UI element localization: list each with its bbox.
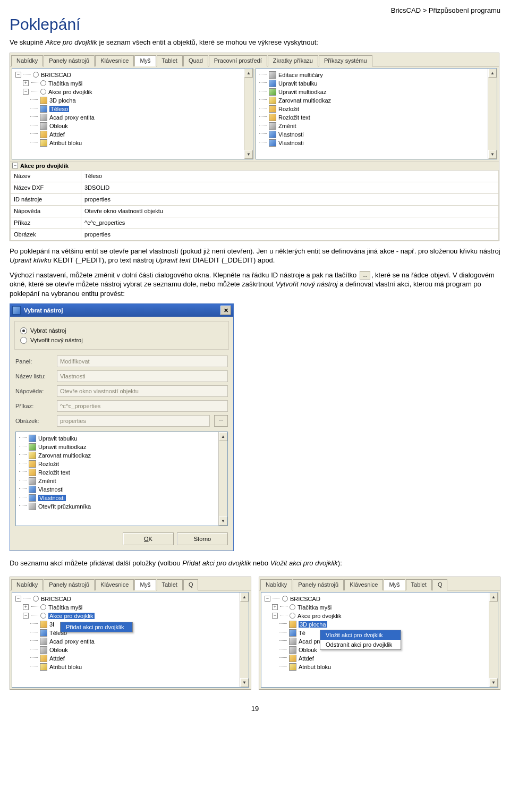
menu-item-insert-action[interactable]: Vložit akci pro dvojklik xyxy=(320,630,401,640)
field-image[interactable]: properties xyxy=(57,415,210,427)
tree-item-selected[interactable]: 3D plocha xyxy=(299,621,327,628)
prop-row: Příkaz^c^c_properties xyxy=(11,217,499,229)
tab-keyboard[interactable]: Klávesnice xyxy=(344,579,383,590)
context-menu-add[interactable]: Přidat akci pro dvojklik xyxy=(60,622,133,632)
close-icon[interactable]: ✕ xyxy=(220,306,231,315)
tree-item-selected[interactable]: Těleso xyxy=(49,106,69,112)
scroll-down-icon[interactable]: ▼ xyxy=(488,150,497,159)
scroll-down-icon[interactable]: ▼ xyxy=(219,517,227,526)
tree-left-small-1[interactable]: −BRICSCAD +Tlačítka myši −Akce pro dvojk… xyxy=(12,592,249,688)
tab-keyboard[interactable]: Klávesnice xyxy=(95,55,134,66)
tool-icon xyxy=(269,80,276,87)
tab-mouse[interactable]: Myš xyxy=(134,55,156,66)
expander-minus-icon[interactable]: − xyxy=(265,596,270,602)
field-cmd[interactable]: ^c^c_properties xyxy=(57,400,228,412)
menu-item-delete-action[interactable]: Odstranit akci pro dvojklik xyxy=(320,640,401,649)
customize-panel: Nabídky Panely nástrojů Klávesnice Myš T… xyxy=(10,53,499,241)
scrollbar[interactable]: ▲▼ xyxy=(244,69,253,159)
scroll-up-icon[interactable]: ▲ xyxy=(219,432,227,441)
tree-left-small-2[interactable]: −BRICSCAD +Tlačítka myši −Akce pro dvojk… xyxy=(261,592,498,688)
tab-workspaces[interactable]: Pracovní prostředí xyxy=(209,55,267,66)
tab-quad[interactable]: Quad xyxy=(183,55,208,66)
entity-icon xyxy=(289,663,296,671)
label-image: Obrázek: xyxy=(15,418,53,424)
dialog-tools-list[interactable]: Upravit tabulku Upravit multiodkaz Zarov… xyxy=(15,432,228,526)
select-tool-dialog: Vybrat nástroj ✕ Vybrat nástroj Vytvořit… xyxy=(10,303,234,551)
tool-icon xyxy=(269,131,276,138)
paragraph-3: Výchozí nastavení, můžete změnit v dolní… xyxy=(10,270,500,299)
radio-create-tool[interactable]: Vytvořit nový nástroj xyxy=(20,335,223,345)
propgrid-header[interactable]: − Akce pro dvojklik xyxy=(10,161,499,170)
dialog-titlebar[interactable]: Vybrat nástroj ✕ xyxy=(10,304,233,317)
scroll-up-icon[interactable]: ▲ xyxy=(488,69,497,78)
entity-icon xyxy=(40,131,47,138)
expander-minus-icon[interactable]: − xyxy=(15,596,21,602)
app-icon xyxy=(12,306,21,315)
tab-menus[interactable]: Nabídky xyxy=(260,579,292,590)
entity-icon xyxy=(40,629,47,637)
tab-tablet[interactable]: Tablet xyxy=(406,579,432,590)
tab-mouse[interactable]: Myš xyxy=(384,579,405,590)
list-item-selected[interactable]: Vlastnosti xyxy=(38,495,66,501)
scrollbar[interactable]: ▲▼ xyxy=(488,69,497,159)
expander-minus-icon[interactable]: − xyxy=(12,163,18,168)
expander-minus-icon[interactable]: − xyxy=(15,72,21,78)
menu-item-add-action[interactable]: Přidat akci pro dvojklik xyxy=(61,622,132,632)
expander-plus-icon[interactable]: + xyxy=(23,604,29,610)
label-cmd: Příkaz: xyxy=(15,403,53,409)
tab-shell[interactable]: Příkazy systému xyxy=(319,55,372,66)
tool-icon xyxy=(29,469,36,476)
scrollbar[interactable]: ▲▼ xyxy=(240,593,249,687)
tab-tablet[interactable]: Tablet xyxy=(157,55,183,66)
radio-select-tool[interactable]: Vybrat nástroj xyxy=(20,326,223,335)
panel-add-action: Nabídky Panely nástrojů Klávesnice Myš T… xyxy=(10,577,251,690)
scroll-up-icon[interactable]: ▲ xyxy=(244,69,253,78)
scrollbar[interactable]: ▲▼ xyxy=(489,593,498,687)
entity-icon xyxy=(40,114,47,121)
tool-icon xyxy=(269,71,276,79)
label-help: Nápověda: xyxy=(15,388,53,394)
property-grid[interactable]: NázevTěleso Název DXF3DSOLID ID nástroje… xyxy=(10,170,499,241)
tab-aliases[interactable]: Zkratky příkazu xyxy=(268,55,318,66)
entity-icon xyxy=(40,646,47,654)
tree-right[interactable]: Editace multičáry Upravit tabulku Upravi… xyxy=(256,68,497,159)
entity-icon xyxy=(40,621,47,628)
tab-toolbars[interactable]: Panely nástrojů xyxy=(44,55,95,66)
dialog-title-text: Vybrat nástroj xyxy=(24,307,63,314)
tree-left[interactable]: −BRICSCAD +Tlačítka myši −Akce pro dvojk… xyxy=(12,68,253,159)
tool-icon xyxy=(29,477,36,485)
entity-icon xyxy=(289,655,296,662)
tab-toolbars[interactable]: Panely nástrojů xyxy=(44,579,95,590)
tool-icon xyxy=(269,114,276,121)
expander-minus-icon[interactable]: − xyxy=(272,613,278,619)
expander-minus-icon[interactable]: − xyxy=(23,89,29,95)
entity-icon xyxy=(40,655,47,662)
tool-icon xyxy=(269,122,276,130)
tab-tablet[interactable]: Tablet xyxy=(157,579,183,590)
scroll-down-icon[interactable]: ▼ xyxy=(244,150,253,159)
paragraph-2: Po poklepání na většinu entit se otevře … xyxy=(10,247,500,265)
field-panel[interactable]: Modifikovat xyxy=(57,356,228,367)
expander-plus-icon[interactable]: + xyxy=(272,604,278,610)
context-menu-insert[interactable]: Vložit akci pro dvojklik Odstranit akci … xyxy=(320,630,401,650)
tab-q[interactable]: Q xyxy=(432,579,448,590)
tab-menus[interactable]: Nabídky xyxy=(11,55,43,66)
ok-button[interactable]: OK xyxy=(123,532,174,545)
tab-menus[interactable]: Nabídky xyxy=(11,579,43,590)
scrollbar[interactable]: ▲▼ xyxy=(218,432,227,526)
tab-mouse[interactable]: Myš xyxy=(134,579,156,590)
tree-item-selected[interactable]: Akce pro dvojklik xyxy=(48,613,95,619)
expander-plus-icon[interactable]: + xyxy=(23,80,29,86)
intro-paragraph: Ve skupině Akce pro dvojklik je seznam v… xyxy=(10,38,500,47)
field-help[interactable]: Otevře okno vlastností objektu xyxy=(57,385,228,397)
tab-q[interactable]: Q xyxy=(183,579,199,590)
field-list[interactable]: Vlastnosti xyxy=(57,370,228,382)
tab-toolbars[interactable]: Panely nástrojů xyxy=(293,579,344,590)
expander-minus-icon[interactable]: − xyxy=(23,613,29,619)
browse-image-button[interactable]: … xyxy=(214,415,228,427)
radio-on-icon xyxy=(20,327,27,334)
cancel-button[interactable]: Storno xyxy=(177,532,228,545)
tab-keyboard[interactable]: Klávesnice xyxy=(95,579,134,590)
entity-icon xyxy=(289,646,296,654)
tool-icon xyxy=(29,486,36,493)
